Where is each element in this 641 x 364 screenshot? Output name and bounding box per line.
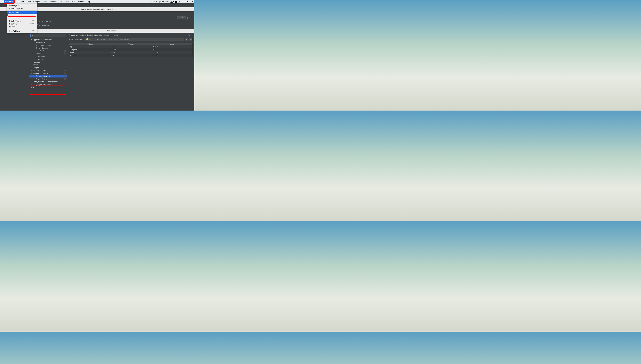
table-row[interactable]: wsgiref0.1.20.1.2 — [69, 54, 192, 56]
svg-rect-1 — [173, 1, 174, 2]
circle-d-icon[interactable]: ⓓ — [159, 0, 161, 3]
menu-help[interactable]: Help — [85, 0, 92, 3]
tree-version-control[interactable]: ▶Version Control — [30, 69, 67, 72]
run-config-selector[interactable]: sort — [177, 16, 186, 19]
prefs-tree: ▼Appearance & BehaviorAppearanceMenus an… — [30, 38, 67, 110]
ime-indicator[interactable]: A — [175, 1, 177, 3]
tree-quick-lists[interactable]: Quick Lists — [30, 58, 67, 60]
interpreter-label: Project Interpreter: — [69, 38, 83, 40]
pipe-icon[interactable]: | — [44, 20, 44, 22]
tree-build-execution-deployment[interactable]: ▶Build, Execution, Deployment — [30, 80, 67, 83]
tree-project-untitled14[interactable]: ▼Project: untitled14 — [30, 72, 67, 75]
dd-preferences[interactable]: Preferences...⌘, — [7, 11, 37, 14]
chevron-right-icon: › — [85, 34, 86, 36]
dd-services[interactable]: Services▶ — [7, 15, 37, 18]
cell-latest: 0.31.1 — [152, 51, 192, 54]
cell-version: 0.31.1 — [111, 51, 152, 54]
menu-file[interactable]: File — [14, 0, 20, 3]
dd-check-updates[interactable]: Check for Updates... — [7, 7, 37, 10]
caret-icon: ▶ — [31, 81, 32, 82]
menu-refactor[interactable]: Refactor — [48, 0, 58, 3]
col-package[interactable]: Package — [69, 43, 111, 45]
dd-separator — [7, 14, 37, 15]
battery-text: 100% — [165, 1, 169, 3]
tree-plugins[interactable]: Plugins — [30, 66, 67, 69]
dd-quit-pycharm[interactable]: Quit PyCharm⌘Q — [7, 30, 37, 32]
caret-icon: ▼ — [31, 73, 32, 74]
menu-vcs[interactable]: VCS — [70, 0, 77, 3]
menu-view[interactable]: View — [26, 0, 32, 3]
scope-badge-icon — [64, 53, 66, 54]
prefs-search[interactable] — [31, 34, 66, 37]
menubar-right: 💬 ✈︎ 🖥 ⓓ 100% A 周二 下午12:39 — [150, 0, 194, 3]
wechat-icon[interactable]: 💬 — [150, 1, 152, 3]
dd-show-all[interactable]: Show All — [7, 25, 37, 28]
tree-languages-frameworks[interactable]: ▶Languages & Frameworks — [30, 83, 67, 86]
menu-pycharm[interactable]: PyCharm — [4, 0, 14, 3]
wifi-icon[interactable] — [162, 1, 164, 2]
bc-page: Project Interpreter — [87, 34, 103, 36]
scope-badge-icon — [64, 75, 66, 77]
tree-label: Quick Lists — [36, 58, 44, 60]
caret-icon: ▶ — [31, 64, 32, 66]
packages-table: Package Version Latest pip10.0.110.0.1se… — [69, 42, 193, 57]
tree-label: Build, Execution, Deployment — [33, 81, 58, 83]
run-toolbar: sort ▶ 🐞 — [177, 16, 193, 19]
divide-icon[interactable]: ÷ — [42, 20, 43, 22]
run-icon[interactable]: ▶ — [187, 16, 189, 19]
interpreter-dropdown-button[interactable]: ▾ — [185, 38, 188, 41]
tree-system-settings[interactable]: ▶System Settings — [30, 46, 67, 50]
menu-edit[interactable]: Edit — [20, 0, 26, 3]
tree-tools[interactable]: ▶Tools — [30, 86, 67, 89]
tree-label: Appearance & Behavior — [33, 38, 53, 40]
svg-point-2 — [191, 1, 193, 2]
send-icon[interactable]: ✈︎ — [153, 1, 155, 3]
dd-hide-pycharm[interactable]: Hide PyCharm⌘H — [7, 20, 37, 22]
reset-button[interactable]: Reset — [188, 34, 193, 36]
tree-scopes[interactable]: Scopes — [30, 52, 67, 55]
menu-run[interactable]: Run — [58, 0, 64, 3]
tree-editor[interactable]: ▶Editor — [30, 64, 67, 66]
dd-about-pycharm[interactable]: About PyCharm — [7, 4, 37, 7]
collapse-icon[interactable]: |← — [50, 20, 52, 22]
gear-icon[interactable]: ✱▾ — [46, 20, 48, 22]
tree-notifications[interactable]: Notifications — [30, 55, 67, 58]
tree-label: Scopes — [36, 52, 41, 54]
tree-project-interpreter[interactable]: Project Interpreter — [30, 75, 67, 78]
cell-latest: 10.0.1 — [152, 45, 192, 48]
display-icon[interactable]: 🖥 — [156, 1, 158, 3]
tree-appearance-behavior[interactable]: ▼Appearance & Behavior — [30, 38, 67, 41]
table-row[interactable]: wheel0.31.10.31.1 — [69, 51, 192, 54]
tree-label: Tools — [33, 86, 38, 88]
battery-icon[interactable] — [170, 1, 174, 2]
interpreter-selector[interactable]: Python 2.7 (word2vec) ~/Desktop/word2vec… — [84, 38, 184, 41]
table-row[interactable]: pip10.0.110.0.1 — [69, 45, 192, 48]
dd-hide-others[interactable]: Hide Others⌥⌘H — [7, 22, 37, 25]
col-latest[interactable]: Latest — [152, 43, 192, 45]
bc-project: Project: untitled14 — [69, 34, 84, 36]
cell-package: setuptools — [69, 48, 111, 51]
scope-badge-icon — [64, 50, 66, 52]
cell-version: 0.1.2 — [111, 54, 152, 56]
prefs-window-title: Preferences — [30, 29, 194, 33]
table-row[interactable]: setuptools39.2.039.2.0 — [69, 48, 192, 51]
cell-package: wsgiref — [69, 54, 111, 56]
menu-code[interactable]: Code — [42, 0, 48, 3]
target-icon[interactable]: ◎ — [39, 20, 40, 22]
menu-tools[interactable]: Tools — [64, 0, 70, 3]
menu-navigate[interactable]: Navigate — [32, 0, 41, 3]
tree-project-structure[interactable]: Project Structure — [30, 78, 67, 80]
prefs-content: Project: untitled14 › Project Interprete… — [67, 33, 194, 110]
spotlight-icon[interactable] — [191, 1, 193, 3]
menu-window[interactable]: Window — [77, 0, 85, 3]
tree-menus-and-toolbars[interactable]: Menus and Toolbars — [30, 44, 67, 46]
tree-label: Project: untitled14 — [33, 72, 48, 74]
interpreter-gear-button[interactable]: ✱ — [189, 38, 193, 41]
tree-appearance[interactable]: Appearance — [30, 41, 67, 44]
breadcrumb: Project: untitled14 › Project Interprete… — [69, 34, 193, 36]
tree-keymap[interactable]: Keymap — [30, 60, 67, 64]
col-version[interactable]: Version — [111, 43, 152, 45]
tree-label: System Settings — [36, 47, 48, 49]
tree-file-colors[interactable]: File Colors — [30, 50, 67, 52]
debug-icon[interactable]: 🐞 — [190, 16, 193, 19]
